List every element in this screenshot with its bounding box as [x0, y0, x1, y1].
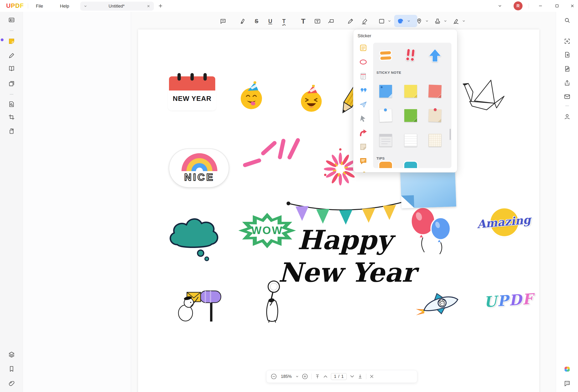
sticker-category-hand[interactable]: [358, 169, 368, 172]
zoom-out-button[interactable]: [271, 373, 277, 380]
shapes-tool-button[interactable]: [377, 17, 386, 26]
sticker-category-memo[interactable]: [358, 142, 368, 152]
sticker-item-note-pinned-beige[interactable]: [428, 108, 442, 123]
sticker-party-emoji-tongue[interactable]: [238, 81, 265, 111]
pin-dropdown-caret[interactable]: [426, 20, 428, 22]
pencil-tool-button[interactable]: [346, 17, 355, 26]
sticker-item-equals[interactable]: [378, 48, 393, 63]
sidebar-item-bookmark[interactable]: [7, 365, 16, 373]
sidebar-item-snapshot[interactable]: [563, 51, 571, 59]
pin-tool-button[interactable]: [415, 17, 424, 26]
signature-dropdown-caret[interactable]: [462, 20, 465, 22]
sticker-tool-button[interactable]: [396, 17, 405, 26]
sidebar-item-share[interactable]: [563, 79, 571, 87]
page-number-input[interactable]: 1 / 1: [331, 373, 347, 380]
sticker-origami-crane[interactable]: [457, 76, 507, 118]
sidebar-item-layers[interactable]: [7, 351, 16, 358]
menu-help[interactable]: Help: [58, 3, 72, 9]
sticker-category-curved-arrow[interactable]: [358, 127, 368, 138]
squiggly-tool-button[interactable]: T: [280, 17, 289, 26]
close-bar-button[interactable]: [370, 374, 374, 379]
document-tab[interactable]: Untitled*: [80, 2, 154, 11]
marker-tool-button[interactable]: [360, 17, 369, 26]
sticker-item-notepad-gray[interactable]: [378, 133, 393, 148]
sticker-balloons[interactable]: [408, 205, 454, 255]
sidebar-item-doc-search[interactable]: [7, 100, 16, 108]
sticker-item-partial[interactable]: [403, 162, 418, 168]
last-page-button[interactable]: [358, 374, 363, 379]
sticker-magnifier-person[interactable]: [259, 278, 286, 324]
sticker-item-note-grid[interactable]: [428, 133, 442, 148]
sidebar-item-profile[interactable]: [563, 113, 571, 121]
maximize-button[interactable]: [552, 2, 562, 10]
sidebar-item-form[interactable]: [563, 65, 571, 73]
sticker-party-emoji-laugh[interactable]: [298, 85, 325, 113]
highlight-tool-button[interactable]: [238, 17, 247, 26]
underline-tool-button[interactable]: U: [266, 17, 275, 26]
sticker-item-note-green[interactable]: [403, 108, 418, 123]
sidebar-item-reader[interactable]: [7, 16, 16, 24]
minimize-button[interactable]: [535, 2, 546, 10]
user-avatar[interactable]: R: [514, 1, 523, 10]
sticker-category-notepad[interactable]: [358, 71, 368, 81]
sticker-category-note[interactable]: [358, 43, 368, 53]
sticker-item-sticky-yellow[interactable]: [403, 84, 418, 99]
tab-list-caret-icon[interactable]: [84, 5, 87, 7]
sticker-category-oval[interactable]: [358, 57, 368, 67]
sticker-item-note-lined[interactable]: [403, 133, 418, 148]
sticker-grid-scrollbar[interactable]: [450, 129, 451, 140]
titlebar-chevron-button[interactable]: [495, 2, 505, 10]
sticker-item-sticky-coral[interactable]: [428, 84, 442, 99]
headline-happy[interactable]: Happy: [274, 227, 415, 253]
text-box-tool-button[interactable]: [313, 17, 322, 26]
signature-tool-button[interactable]: [451, 17, 460, 26]
sticker-bear-mailbox[interactable]: [177, 280, 224, 324]
sticker-amazing[interactable]: Amazing: [472, 207, 536, 239]
stamp-tool-button[interactable]: [433, 17, 442, 26]
shapes-dropdown-caret[interactable]: [388, 20, 391, 22]
sticker-item-partial[interactable]: [378, 162, 393, 168]
sidebar-item-attachment[interactable]: [7, 379, 16, 387]
sticker-item-double-exclamation[interactable]: [403, 48, 418, 63]
sticker-item-sticky-blue[interactable]: [378, 84, 393, 99]
sticker-updf-script[interactable]: UPDF: [480, 290, 538, 318]
sidebar-item-ocr[interactable]: [563, 37, 571, 45]
sidebar-item-organize[interactable]: [7, 80, 16, 88]
new-tab-button[interactable]: [155, 2, 166, 10]
sticker-teal-cloud[interactable]: [165, 207, 224, 264]
tab-close-icon[interactable]: [147, 4, 150, 8]
close-window-button[interactable]: [567, 2, 578, 10]
sidebar-item-mail[interactable]: [563, 93, 571, 101]
headline-new-year[interactable]: New Year: [262, 259, 432, 286]
comment-tool-button[interactable]: [219, 17, 228, 26]
zoom-dropdown-caret[interactable]: [296, 375, 298, 378]
sticker-dropdown-caret[interactable]: [407, 20, 410, 22]
sticker-category-quote[interactable]: [358, 85, 368, 95]
sidebar-item-crop[interactable]: [7, 113, 16, 121]
stamp-dropdown-caret[interactable]: [444, 20, 447, 22]
sidebar-item-edit[interactable]: [7, 52, 16, 60]
add-text-tool-button[interactable]: T: [299, 17, 308, 26]
callout-tool-button[interactable]: [326, 17, 335, 26]
sidebar-item-feedback[interactable]: [563, 380, 571, 388]
sticker-calendar[interactable]: NEW YEAR: [169, 76, 215, 109]
next-page-button[interactable]: [350, 375, 354, 378]
sticker-category-cursor[interactable]: [358, 113, 368, 124]
sticker-category-paper-plane[interactable]: [358, 99, 368, 110]
sidebar-item-rotate[interactable]: [7, 127, 16, 135]
first-page-button[interactable]: [315, 374, 320, 379]
zoom-level[interactable]: 185%: [280, 374, 292, 379]
sidebar-item-pages[interactable]: [7, 65, 16, 73]
sticker-item-note-pinned-white[interactable]: [378, 108, 393, 123]
sidebar-item-updf-ai[interactable]: [563, 365, 571, 373]
sticker-nice-rainbow[interactable]: NICE: [169, 149, 229, 188]
strikethrough-tool-button[interactable]: S: [252, 17, 261, 26]
sidebar-item-sticker-active[interactable]: [7, 37, 16, 45]
sticker-category-speech-bubble[interactable]: [358, 156, 368, 166]
sticker-item-arrow-up[interactable]: [428, 48, 442, 63]
sticker-rocket-bear[interactable]: [413, 287, 466, 321]
zoom-in-button[interactable]: [302, 373, 308, 380]
menu-file[interactable]: File: [34, 3, 46, 9]
sidebar-item-search[interactable]: [563, 16, 571, 24]
previous-page-button[interactable]: [323, 375, 328, 378]
